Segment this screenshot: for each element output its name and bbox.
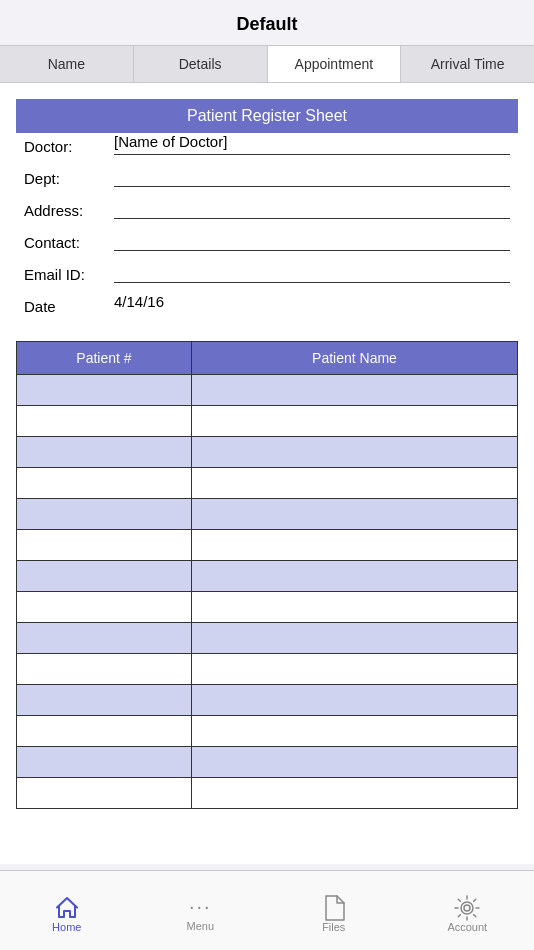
patient-num-cell (17, 747, 192, 777)
email-value (114, 261, 510, 283)
patient-name-cell (192, 623, 517, 653)
patient-table: Patient # Patient Name (16, 341, 518, 809)
doctor-row: Doctor: [Name of Doctor] (24, 133, 510, 155)
table-row (17, 405, 517, 436)
bottom-nav: Home ··· Menu Files Account (0, 870, 534, 950)
patient-name-cell (192, 654, 517, 684)
contact-value (114, 229, 510, 251)
table-row (17, 715, 517, 746)
patient-name-cell (192, 592, 517, 622)
table-row (17, 684, 517, 715)
date-row: Date 4/14/16 (24, 293, 510, 315)
patient-num-cell (17, 623, 192, 653)
patient-num-cell (17, 654, 192, 684)
patient-num-cell (17, 778, 192, 808)
patient-name-cell (192, 561, 517, 591)
table-row (17, 653, 517, 684)
header: Default (0, 0, 534, 46)
patient-name-cell (192, 778, 517, 808)
table-row (17, 498, 517, 529)
patient-num-cell (17, 437, 192, 467)
patient-num-cell (17, 530, 192, 560)
dept-label: Dept: (24, 170, 114, 187)
dept-value (114, 165, 510, 187)
files-icon (323, 895, 345, 921)
patient-name-cell (192, 468, 517, 498)
patient-num-cell (17, 561, 192, 591)
patient-name-cell (192, 530, 517, 560)
date-label: Date (24, 298, 114, 315)
patient-name-cell (192, 747, 517, 777)
tab-bar: Name Details Appointment Arrival Time (0, 46, 534, 83)
patient-num-cell (17, 592, 192, 622)
tab-details[interactable]: Details (134, 46, 268, 82)
patient-num-cell (17, 468, 192, 498)
patient-name-cell (192, 685, 517, 715)
tab-appointment[interactable]: Appointment (268, 46, 402, 82)
nav-menu[interactable]: ··· Menu (134, 889, 268, 932)
address-value (114, 197, 510, 219)
patient-name-cell (192, 375, 517, 405)
contact-label: Contact: (24, 234, 114, 251)
table-row (17, 467, 517, 498)
table-body (17, 374, 517, 808)
doctor-value: [Name of Doctor] (114, 133, 510, 155)
patient-num-cell (17, 685, 192, 715)
nav-account-label: Account (447, 921, 487, 933)
menu-icon: ··· (189, 895, 212, 918)
table-row (17, 436, 517, 467)
patient-num-cell (17, 716, 192, 746)
table-row (17, 591, 517, 622)
date-value: 4/14/16 (114, 293, 510, 315)
patient-num-cell (17, 499, 192, 529)
table-row (17, 777, 517, 808)
table-row (17, 622, 517, 653)
patient-num-cell (17, 375, 192, 405)
register-sheet-title: Patient Register Sheet (16, 99, 518, 133)
page-title: Default (236, 14, 297, 34)
nav-files-label: Files (322, 921, 345, 933)
account-icon (454, 895, 480, 921)
doctor-label: Doctor: (24, 138, 114, 155)
patient-name-cell (192, 406, 517, 436)
email-row: Email ID: (24, 261, 510, 283)
patient-name-cell (192, 437, 517, 467)
table-row (17, 560, 517, 591)
patient-name-cell (192, 499, 517, 529)
nav-account[interactable]: Account (401, 889, 535, 933)
col-header-patient-num: Patient # (17, 342, 192, 374)
tab-name[interactable]: Name (0, 46, 134, 82)
address-row: Address: (24, 197, 510, 219)
col-header-patient-name: Patient Name (192, 342, 517, 374)
nav-home[interactable]: Home (0, 889, 134, 933)
table-row (17, 746, 517, 777)
nav-menu-label: Menu (186, 920, 214, 932)
patient-form: Doctor: [Name of Doctor] Dept: Address: … (0, 133, 534, 341)
email-label: Email ID: (24, 266, 114, 283)
address-label: Address: (24, 202, 114, 219)
svg-point-1 (461, 902, 473, 914)
table-row (17, 374, 517, 405)
contact-row: Contact: (24, 229, 510, 251)
svg-point-0 (464, 905, 470, 911)
dept-row: Dept: (24, 165, 510, 187)
patient-num-cell (17, 406, 192, 436)
tab-arrival-time[interactable]: Arrival Time (401, 46, 534, 82)
home-icon (54, 895, 80, 921)
table-header: Patient # Patient Name (17, 342, 517, 374)
patient-name-cell (192, 716, 517, 746)
nav-files[interactable]: Files (267, 889, 401, 933)
nav-home-label: Home (52, 921, 81, 933)
table-row (17, 529, 517, 560)
